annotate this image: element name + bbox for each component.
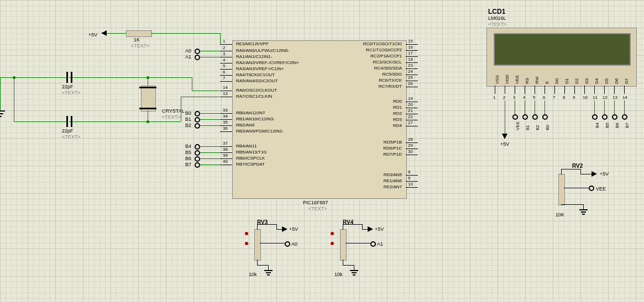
rv3-dot1[interactable] <box>245 232 248 235</box>
lcd-net-B6[interactable] <box>612 114 617 120</box>
lcd-net-B5[interactable] <box>602 114 608 120</box>
lcd-net-B4[interactable] <box>592 114 598 120</box>
mcu-part: PIC16F887 <box>303 200 328 205</box>
lcd-net-B2[interactable] <box>532 114 538 120</box>
net-B1[interactable] <box>195 117 200 123</box>
rv4-net-term[interactable] <box>370 241 376 247</box>
net-B2[interactable] <box>195 123 200 129</box>
rv3-pot[interactable] <box>254 229 261 261</box>
r1-val: 1K <box>134 37 140 43</box>
rv4-pwr-arrow[interactable] <box>368 226 373 232</box>
c2-ph: <TEXT> <box>62 134 81 140</box>
net-B5[interactable] <box>195 150 200 156</box>
rv2-vee-term[interactable] <box>589 186 594 191</box>
lcd-net-B0[interactable] <box>542 114 548 120</box>
net-B6[interactable] <box>195 156 200 162</box>
rv2-pwr: +5V <box>600 171 609 177</box>
rv2-net: VEE <box>596 186 606 192</box>
rv3-net: A0 <box>291 241 297 247</box>
crystal-ph: <TEXT> <box>162 114 181 120</box>
c1-val: 22pF <box>62 84 74 89</box>
lcd-part: LM016L <box>488 15 506 21</box>
lcd-name: LCD1 <box>488 8 505 15</box>
r1[interactable] <box>126 30 152 37</box>
lcd-pwr-arrow[interactable] <box>502 134 507 139</box>
rv4-pot[interactable] <box>340 229 347 261</box>
net-A1[interactable] <box>195 55 200 60</box>
lcd-ph: <TEXT> <box>488 22 507 27</box>
rv3-pwr: +5V <box>289 226 298 232</box>
mcu-ph: <TEXT> <box>308 206 327 211</box>
net-B7[interactable] <box>195 162 200 168</box>
pwr-label: +5V <box>88 32 97 38</box>
c2-val: 22pF <box>62 128 74 134</box>
net-A0[interactable] <box>195 49 200 54</box>
rv3-val: 10k <box>249 272 257 277</box>
rv4-val: 10k <box>334 272 343 277</box>
lcd-net-VEE[interactable] <box>512 114 518 120</box>
rv2-name: RV2 <box>572 163 583 169</box>
rv4-dot1[interactable] <box>331 232 334 235</box>
rv3-dot2[interactable] <box>245 242 248 245</box>
lcd-screen <box>494 33 631 66</box>
rv4-dot2[interactable] <box>331 242 334 245</box>
r1-ph: <TEXT> <box>131 43 150 49</box>
rv2-pwr-arrow[interactable] <box>591 171 597 177</box>
rv4-net: A1 <box>377 241 383 247</box>
lcd-net-B1[interactable] <box>522 114 528 120</box>
net-B0[interactable] <box>195 111 200 116</box>
lcd-net-B7[interactable] <box>622 114 627 120</box>
rv2-val: 10K <box>556 212 564 218</box>
rv2-pot[interactable] <box>558 174 565 205</box>
c1-ph: <TEXT> <box>62 90 81 96</box>
net-B4[interactable] <box>195 144 200 150</box>
pwr-arrow[interactable] <box>101 30 107 36</box>
rv4-pwr: +5V <box>375 226 384 232</box>
rv3-pwr-arrow[interactable] <box>282 226 287 232</box>
rv3-net-term[interactable] <box>285 241 290 247</box>
